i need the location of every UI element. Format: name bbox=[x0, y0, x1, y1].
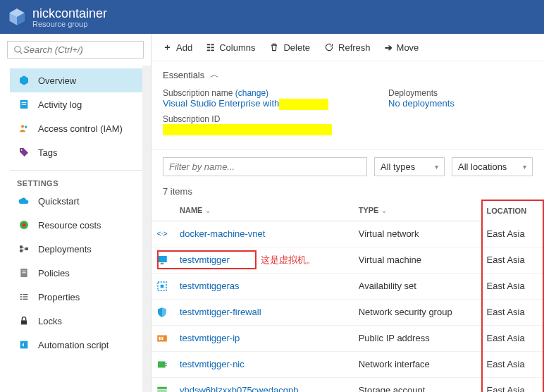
resource-location: East Asia bbox=[482, 299, 544, 325]
svg-rect-18 bbox=[20, 294, 23, 295]
item-count: 7 items bbox=[152, 183, 544, 200]
svg-text:<·>: <·> bbox=[156, 229, 167, 238]
svg-rect-11 bbox=[20, 250, 23, 252]
move-button[interactable]: ➔Move bbox=[385, 42, 419, 53]
svg-rect-35 bbox=[166, 362, 167, 364]
svg-rect-33 bbox=[161, 336, 163, 340]
nav-label: Quickstart bbox=[38, 196, 80, 207]
sidebar-item-automation-script[interactable]: Automation script bbox=[10, 333, 151, 357]
log-icon bbox=[17, 99, 31, 110]
resource-type: Virtual machine bbox=[354, 247, 482, 273]
sidebar-item-access-control-iam-[interactable]: Access control (IAM) bbox=[10, 116, 151, 140]
col-type[interactable]: TYPE⌄ bbox=[354, 200, 482, 221]
table-row[interactable]: testvmtigger这是虚拟机。Virtual machineEast As… bbox=[152, 247, 543, 273]
sidebar: OverviewActivity logAccess control (IAM)… bbox=[0, 34, 152, 392]
svg-rect-19 bbox=[23, 294, 28, 295]
annotation-text: 这是虚拟机。 bbox=[255, 255, 316, 265]
table-row[interactable]: testvmtigger-nicNetwork interfaceEast As… bbox=[152, 351, 543, 377]
resource-name[interactable]: vhdsw6hlzxxb075cwedacgpb bbox=[175, 377, 354, 392]
filter-types-select[interactable]: All types▾ bbox=[374, 157, 445, 176]
nav-label: Resource costs bbox=[38, 220, 101, 231]
nav-label: Locks bbox=[38, 316, 62, 326]
delete-button[interactable]: Delete bbox=[269, 42, 310, 53]
table-row[interactable]: testvmtigger-ipPublic IP addressEast Asi… bbox=[152, 325, 543, 351]
svg-rect-37 bbox=[157, 386, 167, 388]
table-row[interactable]: testvmtigger-firewallNetwork security gr… bbox=[152, 299, 543, 325]
sidebar-item-properties[interactable]: Properties bbox=[10, 285, 151, 309]
sidebar-item-deployments[interactable]: Deployments bbox=[10, 237, 151, 261]
resource-name[interactable]: testvmtigger这是虚拟机。 bbox=[175, 247, 354, 273]
svg-rect-24 bbox=[21, 320, 27, 324]
subscription-id-value bbox=[163, 124, 332, 136]
col-location[interactable]: LOCATION bbox=[482, 200, 544, 221]
svg-rect-22 bbox=[20, 299, 23, 300]
resource-table: NAME⌄ TYPE⌄ LOCATION <·>docker-machine-v… bbox=[152, 200, 544, 392]
columns-button[interactable]: ☷Columns bbox=[206, 42, 255, 53]
essentials-panel: Essentials ︿ Subscription name (change) … bbox=[152, 61, 544, 150]
svg-rect-32 bbox=[159, 336, 161, 340]
chevron-up-icon: ︿ bbox=[210, 68, 219, 81]
sidebar-item-overview[interactable]: Overview bbox=[10, 68, 151, 92]
search-input-wrapper[interactable] bbox=[7, 41, 144, 59]
nav-label: Policies bbox=[38, 268, 70, 278]
resource-location: East Asia bbox=[482, 247, 544, 273]
sidebar-item-resource-costs[interactable]: Resource costs bbox=[10, 213, 151, 237]
resource-type: Network security group bbox=[354, 299, 482, 325]
nic-icon bbox=[156, 358, 168, 371]
nsg-icon bbox=[156, 306, 168, 319]
cloud-icon bbox=[17, 195, 31, 207]
refresh-button[interactable]: Refresh bbox=[324, 42, 371, 53]
nav-label: Access control (IAM) bbox=[38, 123, 123, 134]
resource-name[interactable]: docker-machine-vnet bbox=[175, 221, 354, 247]
sidebar-item-locks[interactable]: Locks bbox=[10, 309, 151, 333]
svg-rect-30 bbox=[161, 284, 164, 288]
resource-location: East Asia bbox=[482, 273, 544, 299]
essentials-toggle[interactable]: Essentials ︿ bbox=[163, 68, 533, 81]
sidebar-item-quickstart[interactable]: Quickstart bbox=[10, 189, 151, 213]
sidebar-item-policies[interactable]: Policies bbox=[10, 261, 151, 285]
search-input[interactable] bbox=[23, 44, 142, 55]
scrollbar[interactable] bbox=[142, 66, 151, 392]
cube-icon bbox=[7, 7, 27, 27]
nav-label: Deployments bbox=[38, 244, 92, 255]
sidebar-item-tags[interactable]: Tags bbox=[10, 140, 151, 164]
storage-icon bbox=[156, 384, 168, 392]
deploy-icon bbox=[17, 243, 31, 255]
change-subscription-link[interactable]: (change) bbox=[235, 88, 268, 98]
toolbar: ＋Add ☷Columns Delete Refresh ➔Move bbox=[152, 34, 544, 61]
doc-icon bbox=[17, 267, 31, 278]
tag-icon bbox=[17, 147, 31, 158]
resource-name[interactable]: testvmtigger-ip bbox=[175, 325, 354, 351]
svg-rect-21 bbox=[23, 296, 28, 297]
svg-point-7 bbox=[21, 149, 23, 151]
table-row[interactable]: <·>docker-machine-vnetVirtual networkEas… bbox=[152, 221, 543, 247]
svg-rect-3 bbox=[22, 102, 27, 103]
resource-name[interactable]: testvmtiggeras bbox=[175, 273, 354, 299]
chevron-down-icon: ▾ bbox=[523, 163, 526, 171]
svg-rect-34 bbox=[158, 361, 166, 367]
resource-type: Availability set bbox=[354, 273, 482, 299]
plus-icon: ＋ bbox=[163, 41, 172, 54]
resource-location: East Asia bbox=[482, 221, 544, 247]
table-row[interactable]: vhdsw6hlzxxb075cwedacgpbStorage accountE… bbox=[152, 377, 543, 392]
subscription-name-value[interactable]: Visual Studio Enterprise with bbox=[163, 98, 332, 110]
arrow-right-icon: ➔ bbox=[385, 42, 392, 53]
resource-location: East Asia bbox=[482, 351, 544, 377]
avset-icon bbox=[156, 280, 168, 293]
add-button[interactable]: ＋Add bbox=[163, 41, 192, 54]
deployments-link[interactable]: No deployments bbox=[388, 98, 455, 109]
nav-label: Overview bbox=[38, 75, 76, 86]
filter-locations-select[interactable]: All locations▾ bbox=[452, 157, 533, 176]
sidebar-item-activity-log[interactable]: Activity log bbox=[10, 92, 151, 116]
col-name[interactable]: NAME⌄ bbox=[175, 200, 354, 221]
table-row[interactable]: testvmtiggerasAvailability setEast Asia bbox=[152, 273, 543, 299]
refresh-icon bbox=[324, 42, 334, 52]
filter-name-input[interactable] bbox=[163, 157, 367, 176]
cube-icon bbox=[17, 75, 31, 86]
props-icon bbox=[17, 291, 31, 302]
trash-icon bbox=[269, 42, 279, 52]
resource-name[interactable]: testvmtigger-nic bbox=[175, 351, 354, 377]
resource-name[interactable]: testvmtigger-firewall bbox=[175, 299, 354, 325]
nav-label: Activity log bbox=[38, 99, 82, 110]
svg-rect-17 bbox=[22, 272, 25, 273]
